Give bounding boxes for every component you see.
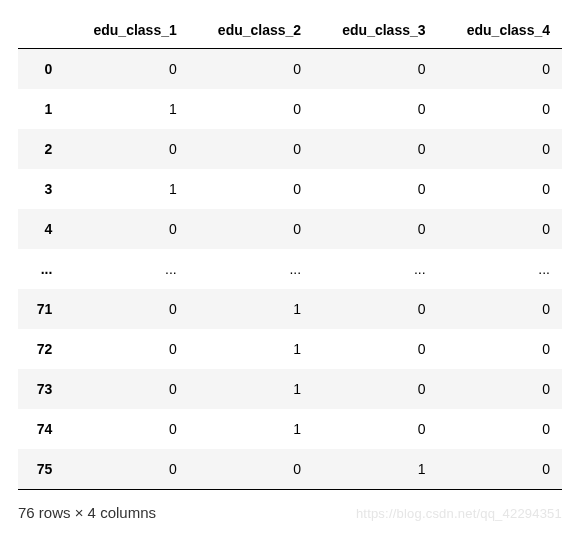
cell: 1 <box>189 409 313 449</box>
cell: ... <box>64 249 188 289</box>
cell: 0 <box>189 209 313 249</box>
cell: 0 <box>438 369 562 409</box>
cell: 0 <box>438 449 562 490</box>
table-row: 4 0 0 0 0 <box>18 209 562 249</box>
cell: 1 <box>64 89 188 129</box>
row-index: ... <box>18 249 64 289</box>
cell: 0 <box>438 169 562 209</box>
table-row: 0 0 0 0 0 <box>18 49 562 90</box>
table-row: 3 1 0 0 0 <box>18 169 562 209</box>
cell: 0 <box>438 49 562 90</box>
cell: 0 <box>64 329 188 369</box>
cell: 0 <box>189 129 313 169</box>
row-index: 4 <box>18 209 64 249</box>
table-body: 0 0 0 0 0 1 1 0 0 0 2 0 0 0 0 3 1 0 0 0 <box>18 49 562 490</box>
col-header: edu_class_3 <box>313 12 437 49</box>
cell: 0 <box>64 369 188 409</box>
cell: 1 <box>189 369 313 409</box>
footer: 76 rows × 4 columns https://blog.csdn.ne… <box>18 504 562 521</box>
cell: 0 <box>438 209 562 249</box>
cell: 0 <box>189 49 313 90</box>
cell: 0 <box>64 409 188 449</box>
row-index: 2 <box>18 129 64 169</box>
row-index: 3 <box>18 169 64 209</box>
row-index: 73 <box>18 369 64 409</box>
cell: 1 <box>64 169 188 209</box>
header-row: edu_class_1 edu_class_2 edu_class_3 edu_… <box>18 12 562 49</box>
cell: 0 <box>64 129 188 169</box>
table-row: 72 0 1 0 0 <box>18 329 562 369</box>
cell: 0 <box>438 129 562 169</box>
row-index: 1 <box>18 89 64 129</box>
cell: 0 <box>313 329 437 369</box>
index-header <box>18 12 64 49</box>
row-index: 72 <box>18 329 64 369</box>
cell: 1 <box>189 289 313 329</box>
table-row-ellipsis: ... ... ... ... ... <box>18 249 562 289</box>
cell: 0 <box>313 169 437 209</box>
cell: 0 <box>189 89 313 129</box>
cell: 1 <box>313 449 437 490</box>
table-row: 74 0 1 0 0 <box>18 409 562 449</box>
cell: 0 <box>64 49 188 90</box>
cell: 0 <box>64 449 188 490</box>
shape-text: 76 rows × 4 columns <box>18 504 156 521</box>
row-index: 75 <box>18 449 64 490</box>
cell: 0 <box>189 169 313 209</box>
cell: 0 <box>64 289 188 329</box>
table-row: 73 0 1 0 0 <box>18 369 562 409</box>
cell: 0 <box>438 329 562 369</box>
cell: 0 <box>313 409 437 449</box>
table-row: 75 0 0 1 0 <box>18 449 562 490</box>
table-row: 2 0 0 0 0 <box>18 129 562 169</box>
cell: 0 <box>438 409 562 449</box>
cell: 0 <box>438 89 562 129</box>
cell: 0 <box>313 89 437 129</box>
row-index: 0 <box>18 49 64 90</box>
dataframe-table: edu_class_1 edu_class_2 edu_class_3 edu_… <box>18 12 562 490</box>
table-row: 71 0 1 0 0 <box>18 289 562 329</box>
col-header: edu_class_2 <box>189 12 313 49</box>
col-header: edu_class_1 <box>64 12 188 49</box>
cell: ... <box>438 249 562 289</box>
cell: 0 <box>64 209 188 249</box>
cell: 0 <box>313 129 437 169</box>
watermark-text: https://blog.csdn.net/qq_42294351 <box>356 506 562 521</box>
row-index: 71 <box>18 289 64 329</box>
cell: 0 <box>438 289 562 329</box>
col-header: edu_class_4 <box>438 12 562 49</box>
cell: 0 <box>313 289 437 329</box>
cell: 0 <box>313 49 437 90</box>
row-index: 74 <box>18 409 64 449</box>
cell: 0 <box>313 209 437 249</box>
cell: ... <box>313 249 437 289</box>
table-row: 1 1 0 0 0 <box>18 89 562 129</box>
cell: 1 <box>189 329 313 369</box>
cell: ... <box>189 249 313 289</box>
cell: 0 <box>189 449 313 490</box>
cell: 0 <box>313 369 437 409</box>
